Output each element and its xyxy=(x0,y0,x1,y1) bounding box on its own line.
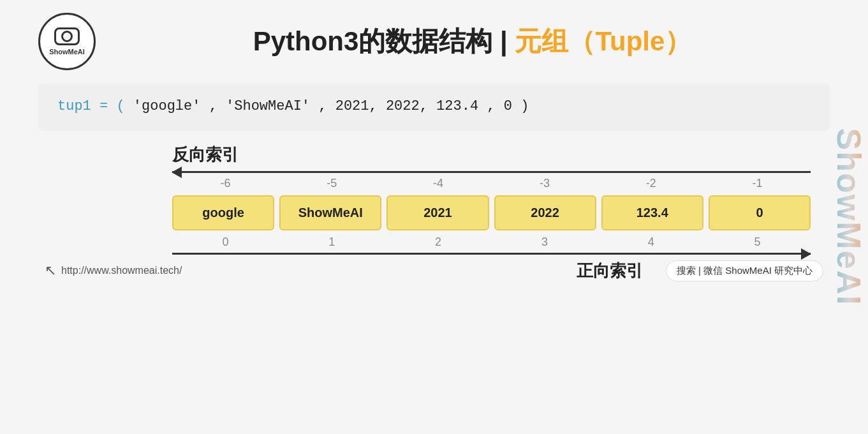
fwd-idx-5: 5 xyxy=(704,236,811,249)
bottom-bar: ↖ http://www.showmeai.tech/ 正向索引 搜索 | 微信… xyxy=(45,260,823,282)
page-title: Python3的数据结构 | 元组（Tuple） xyxy=(115,24,830,59)
search-text: 搜索 | 微信 ShowMeAI 研究中心 xyxy=(677,265,813,277)
search-bar[interactable]: 搜索 | 微信 ShowMeAI 研究中心 xyxy=(666,260,823,281)
rev-idx-3: -3 xyxy=(491,177,598,190)
watermark-text: ShowMeAI xyxy=(830,128,868,306)
tuple-item-3: 2022 xyxy=(494,195,596,230)
diagram-section: 反向索引 -6 -5 -4 -3 -2 -1 google ShowMeAI 2… xyxy=(38,144,830,421)
reverse-arrow xyxy=(172,171,811,173)
code-block: tup1 = ( 'google' , 'ShowMeAI' , 2021, 2… xyxy=(38,83,830,131)
rev-idx-2: -4 xyxy=(385,177,492,190)
logo: ShowMeAI xyxy=(38,13,96,70)
code-tup-keyword: tup1 = ( xyxy=(57,98,125,114)
reverse-label: 反向索引 xyxy=(172,144,823,166)
logo-icon xyxy=(54,27,80,45)
fwd-idx-2: 2 xyxy=(385,236,492,249)
website-link[interactable]: ↖ http://www.showmeai.tech/ xyxy=(45,262,182,279)
rev-idx-1: -5 xyxy=(279,177,385,190)
rev-idx-0: -6 xyxy=(172,177,279,190)
forward-arrow xyxy=(172,253,811,255)
tuple-item-1: ShowMeAI xyxy=(279,195,381,230)
tuple-item-0: google xyxy=(172,195,274,230)
logo-text: ShowMeAI xyxy=(49,48,85,56)
fwd-idx-0: 0 xyxy=(172,236,279,249)
title-highlight: 元组（Tuple） xyxy=(515,26,691,56)
code-content: 'google' , 'ShowMeAI' , 2021, 2022, 123.… xyxy=(125,98,529,114)
watermark: ShowMeAI xyxy=(830,0,868,434)
tuple-row: google ShowMeAI 2021 2022 123.4 0 xyxy=(172,195,811,230)
fwd-idx-4: 4 xyxy=(598,236,704,249)
page-container: ShowMeAI Python3的数据结构 | 元组（Tuple） tup1 =… xyxy=(0,0,868,434)
rev-idx-5: -1 xyxy=(704,177,811,190)
forward-arrow-row xyxy=(172,253,811,255)
forward-index-row: 0 1 2 3 4 5 xyxy=(172,236,811,249)
title-main: Python3的数据结构 | xyxy=(253,26,515,56)
tuple-item-2: 2021 xyxy=(386,195,489,230)
tuple-item-5: 0 xyxy=(709,195,811,230)
fwd-idx-3: 3 xyxy=(491,236,598,249)
reverse-arrow-row xyxy=(172,171,811,173)
cursor-icon: ↖ xyxy=(45,262,56,279)
rev-idx-4: -2 xyxy=(598,177,704,190)
header: ShowMeAI Python3的数据结构 | 元组（Tuple） xyxy=(38,13,830,70)
fwd-idx-1: 1 xyxy=(279,236,385,249)
reverse-index-row: -6 -5 -4 -3 -2 -1 xyxy=(172,177,811,190)
url-text: http://www.showmeai.tech/ xyxy=(61,265,182,276)
tuple-item-4: 123.4 xyxy=(601,195,703,230)
forward-label: 正向索引 xyxy=(577,260,643,282)
